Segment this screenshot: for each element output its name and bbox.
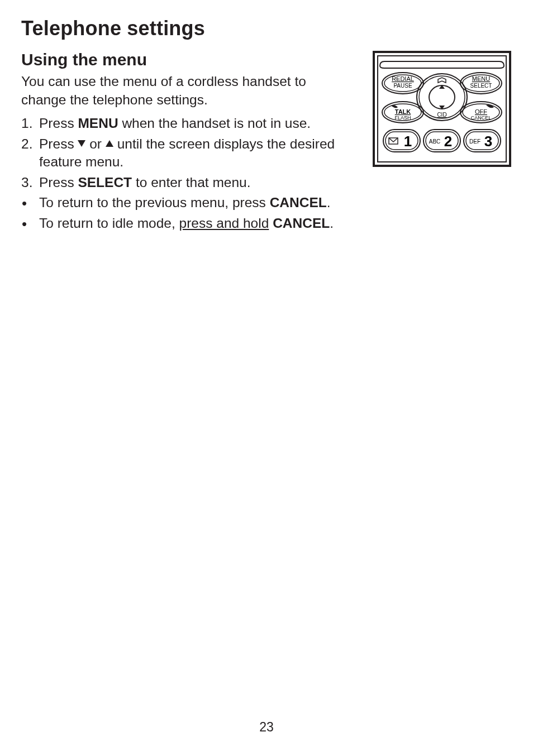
svg-text:OFF: OFF xyxy=(475,108,487,115)
svg-text:1: 1 xyxy=(404,133,412,150)
phone-down-icon xyxy=(486,105,494,108)
ordered-steps: 1. Press MENU when the handset is not in… xyxy=(21,114,340,192)
key-1: 1 xyxy=(383,130,420,152)
bullet-list: To return to the previous menu, press CA… xyxy=(21,194,340,232)
svg-rect-23 xyxy=(386,132,418,150)
bullet-previous-menu: To return to the previous menu, press CA… xyxy=(21,194,340,212)
step-text: Press xyxy=(39,116,78,131)
key-3: DEF 3 xyxy=(464,130,501,152)
svg-point-12 xyxy=(429,85,455,109)
handset-illustration: REDIAL PAUSE MENU SELECT xyxy=(372,50,512,168)
key-2: ABC 2 xyxy=(423,130,460,152)
step-1: 1. Press MENU when the handset is not in… xyxy=(21,114,340,133)
arrow-down-icon xyxy=(78,140,85,147)
talk-flash-button: TALK FLASH xyxy=(382,102,423,123)
step-text: Press xyxy=(39,136,78,151)
cancel-key-label: CANCEL xyxy=(270,195,327,210)
svg-text:MENU: MENU xyxy=(472,75,490,82)
svg-text:SELECT: SELECT xyxy=(470,83,492,89)
cancel-key-label: CANCEL xyxy=(273,216,330,231)
step-number: 2. xyxy=(21,135,32,154)
svg-text:2: 2 xyxy=(444,133,452,150)
bullet-text: . xyxy=(330,216,334,231)
bullet-text: To return to idle mode, xyxy=(39,216,179,231)
svg-text:CANCEL: CANCEL xyxy=(471,115,492,121)
svg-text:FLASH: FLASH xyxy=(394,115,411,121)
arrow-up-icon xyxy=(106,140,113,147)
step-2: 2. Press or until the screen displays th… xyxy=(21,135,340,171)
svg-text:3: 3 xyxy=(484,133,492,150)
svg-text:REDIAL: REDIAL xyxy=(392,75,414,82)
phonebook-icon xyxy=(438,78,446,83)
bullet-text: . xyxy=(327,195,331,210)
step-text: to enter that menu. xyxy=(132,175,250,190)
menu-key-label: MENU xyxy=(78,116,118,131)
svg-text:PAUSE: PAUSE xyxy=(393,83,412,89)
section-heading: Using the menu xyxy=(21,50,340,69)
svg-text:ABC: ABC xyxy=(429,138,441,145)
bullet-idle-mode: To return to idle mode, press and hold C… xyxy=(21,214,340,233)
select-key-label: SELECT xyxy=(78,175,132,190)
svg-text:DEF: DEF xyxy=(469,138,480,145)
bullet-text: To return to the previous menu, press xyxy=(39,195,270,210)
svg-text:TALK: TALK xyxy=(395,108,411,115)
press-and-hold-text: press and hold xyxy=(179,216,269,231)
page-number: 23 xyxy=(0,720,533,735)
step-text: when the handset is not in use. xyxy=(118,116,311,131)
nav-pad: CID xyxy=(417,74,467,121)
step-number: 1. xyxy=(21,114,32,133)
step-number: 3. xyxy=(21,174,32,192)
intro-text: You can use the menu of a cordless hands… xyxy=(21,73,340,109)
phone-icon xyxy=(391,105,398,108)
step-text: or xyxy=(85,136,105,151)
step-3: 3. Press SELECT to enter that menu. xyxy=(21,174,340,192)
off-cancel-button: OFF CANCEL xyxy=(460,102,502,123)
svg-text:CID: CID xyxy=(437,112,446,118)
step-text: Press xyxy=(39,175,78,190)
page-title: Telephone settings xyxy=(21,17,512,40)
